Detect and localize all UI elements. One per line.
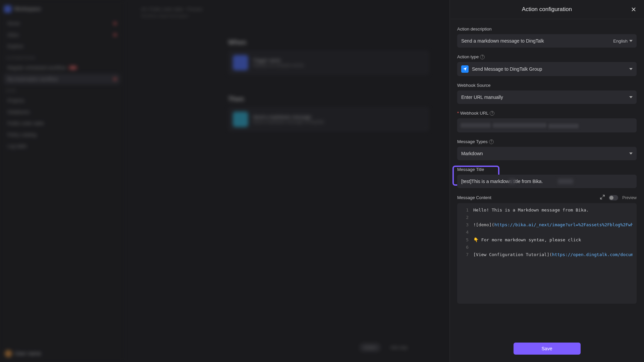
- sidebar-nav-explore[interactable]: Explore: [4, 41, 120, 52]
- message-types-value: Markdown: [461, 151, 483, 156]
- code-line: 3![demo](https://bika.ai/_next/image?url…: [457, 221, 637, 229]
- help-icon[interactable]: ?: [489, 139, 494, 144]
- sidebar: Workspace Home Inbox Explore Automations…: [0, 0, 124, 362]
- line-number: 7: [461, 251, 469, 258]
- action-description-input[interactable]: Send a markdown message to DingTalk Engl…: [457, 34, 637, 48]
- chevron-down-icon: [629, 68, 633, 70]
- code-line: 7[View Configuration Tutorial](https://o…: [457, 251, 637, 258]
- trigger-card[interactable]: Trigger name Repeats on schedule events: [228, 50, 429, 75]
- language-select[interactable]: English: [613, 39, 633, 44]
- preview-toggle[interactable]: [609, 195, 618, 200]
- code-line: 1Hello! This is a Markdown message from …: [457, 206, 637, 214]
- line-number: 3: [461, 222, 469, 228]
- trigger-icon: [233, 55, 248, 70]
- badge-icon: [113, 22, 117, 25]
- action-config-panel: Action configuration Action description …: [449, 0, 644, 362]
- line-content: [View Configuration Tutorial](https://op…: [473, 251, 633, 258]
- sidebar-table-item[interactable]: Projects: [4, 95, 120, 106]
- chevron-down-icon: [629, 96, 633, 98]
- code-line: 5👇 For more markdown syntax, please clic…: [457, 236, 637, 244]
- line-content: Hello! This is a Markdown message from B…: [473, 207, 589, 214]
- url-token-redacted: [548, 124, 579, 128]
- action-card[interactable]: Send a markdown message Send a markdown …: [228, 107, 429, 132]
- sidebar-section-data: Data: [4, 85, 120, 95]
- chevron-down-icon: [629, 153, 633, 155]
- panel-header: Action configuration: [450, 0, 644, 19]
- chevron-down-icon: [629, 40, 633, 42]
- action-type-select[interactable]: Send Message to DingTalk Group: [457, 62, 637, 76]
- action-chip[interactable]: Action: [359, 343, 381, 352]
- workspace-avatar: [4, 5, 11, 13]
- badge-icon: [113, 33, 117, 37]
- message-content-editor[interactable]: 1Hello! This is a Markdown message from …: [457, 203, 637, 304]
- dingtalk-icon: [461, 65, 469, 73]
- required-indicator: *: [457, 111, 459, 116]
- close-icon: [631, 7, 636, 12]
- sidebar-table-item[interactable]: Policy catalog: [4, 129, 120, 140]
- line-number: 5: [461, 237, 469, 243]
- line-number: 1: [461, 207, 469, 214]
- url-token-redacted: [493, 123, 546, 128]
- sidebar-nav-home[interactable]: Home: [4, 18, 120, 29]
- add-step-chip[interactable]: Add step: [385, 343, 412, 352]
- count-pill: +1: [69, 66, 77, 70]
- redacted-block: [558, 179, 573, 184]
- action-type-label: Action type ?: [457, 54, 637, 59]
- action-description-value: Send a markdown message to DingTalk: [461, 38, 544, 44]
- dingtalk-icon: [233, 112, 248, 127]
- webhook-source-select[interactable]: Enter URL manually: [457, 90, 637, 104]
- redacted-block: [509, 179, 516, 184]
- sidebar-section-automations: Automations: [4, 52, 120, 62]
- message-title-input[interactable]: [test]This is a markdown title from Bika…: [457, 175, 637, 188]
- code-line: 6: [457, 244, 637, 251]
- expand-button[interactable]: [600, 195, 605, 200]
- webhook-source-label: Webhook Source: [457, 83, 637, 88]
- line-number: 4: [461, 229, 469, 236]
- line-number: 2: [461, 214, 469, 221]
- webhook-source-value: Enter URL manually: [461, 95, 503, 100]
- close-button[interactable]: [629, 5, 638, 14]
- help-icon[interactable]: ?: [480, 55, 485, 59]
- toggle-knob: [609, 196, 613, 200]
- line-content: 👇 For more markdown syntax, please click: [473, 237, 581, 243]
- sidebar-automation-item-active[interactable]: My Automation workflow: [4, 74, 120, 84]
- sidebar-table-item[interactable]: Log table: [4, 141, 120, 152]
- panel-footer: Save: [450, 337, 644, 362]
- message-title-value: [test]This is a markdown title from Bika…: [461, 179, 543, 184]
- expand-icon: [600, 195, 605, 199]
- language-label: English: [613, 39, 628, 44]
- help-icon[interactable]: ?: [490, 111, 494, 116]
- line-number: 6: [461, 244, 469, 251]
- sidebar-table-item[interactable]: Databases: [4, 107, 120, 117]
- sidebar-footer[interactable]: User name: [5, 350, 119, 357]
- preview-label: Preview: [622, 195, 637, 200]
- message-content-label: Message Content: [457, 195, 491, 200]
- webhook-url-input[interactable]: [457, 118, 637, 132]
- code-line: 4: [457, 229, 637, 236]
- panel-title: Action configuration: [522, 6, 572, 13]
- url-token-redacted: [461, 123, 491, 128]
- action-description-label: Action description: [457, 26, 637, 32]
- message-types-select[interactable]: Markdown: [457, 147, 637, 160]
- badge-icon: [113, 77, 117, 81]
- sidebar-automation-item[interactable]: Regular scheduled workflow +1: [4, 62, 120, 73]
- action-type-value: Send Message to DingTalk Group: [472, 66, 542, 72]
- sidebar-nav-inbox[interactable]: Inbox: [4, 29, 120, 40]
- webhook-url-label: * Webhook URL ?: [457, 111, 637, 116]
- workspace-name: Workspace: [14, 6, 41, 12]
- user-avatar: [5, 350, 12, 357]
- code-line: 2: [457, 214, 637, 221]
- sidebar-table-item[interactable]: Public order table: [4, 118, 120, 129]
- message-types-label: Message Types ?: [457, 139, 637, 144]
- line-content: ![demo](https://bika.ai/_next/image?url=…: [473, 222, 633, 228]
- message-title-label: Message Title: [457, 167, 637, 172]
- save-button[interactable]: Save: [514, 343, 581, 355]
